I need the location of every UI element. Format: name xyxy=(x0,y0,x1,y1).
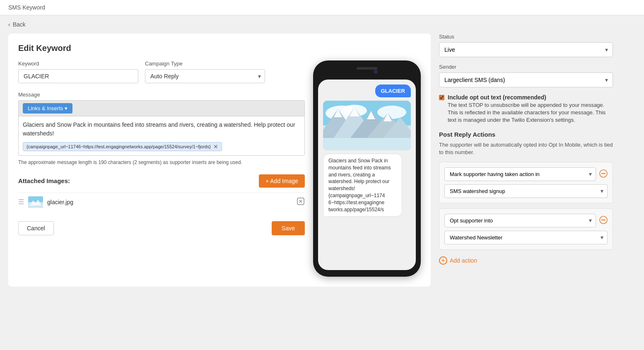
action2-type-row: Opt supporter into xyxy=(444,214,608,227)
action2-sub-select[interactable]: Watershed Newsletter xyxy=(444,231,608,244)
sender-select-wrapper: Largeclient SMS (dans) xyxy=(439,72,613,87)
action-card-1: Mark supporter having taken action in SM… xyxy=(439,162,613,203)
status-section: Status Live Draft Paused xyxy=(439,34,613,57)
action1-type-select[interactable]: Mark supporter having taken action in xyxy=(444,167,596,181)
message-section: Message Links & Inserts ▾ Glaciers and S… xyxy=(18,92,305,166)
page-title: SMS Keyword xyxy=(8,4,45,11)
campaign-type-select[interactable]: Auto Reply Survey Petition xyxy=(145,69,265,83)
phone-mockup: GLACIER xyxy=(313,60,421,277)
action2-sub-wrapper: Watershed Newsletter xyxy=(444,231,608,244)
action2-type-select[interactable]: Opt supporter into xyxy=(444,214,596,227)
back-link[interactable]: ‹ Back xyxy=(0,15,644,34)
add-image-label: + Add Image xyxy=(265,178,298,184)
phone-speaker xyxy=(357,67,377,70)
remove-action2-button[interactable] xyxy=(599,216,608,225)
action1-type-wrapper: Mark supporter having taken action in xyxy=(444,167,596,181)
links-inserts-bar: Links & Inserts ▾ xyxy=(18,100,305,116)
add-action-label: Add action xyxy=(450,257,477,264)
campaign-type-group: Campaign Type Auto Reply Survey Petition xyxy=(145,60,265,83)
remove-action1-button[interactable] xyxy=(599,169,608,179)
svg-point-10 xyxy=(377,106,406,119)
remove-tag-icon[interactable]: ✕ xyxy=(213,143,218,150)
campaign-type-wrapper: Auto Reply Survey Petition xyxy=(145,69,265,83)
received-text: Glaciers and Snow Pack in mountains feed… xyxy=(328,158,391,212)
opt-out-row: Include opt out text (recommended) The t… xyxy=(439,94,613,124)
sender-section: Sender Largeclient SMS (dans) xyxy=(439,64,613,87)
action2-type-wrapper: Opt supporter into xyxy=(444,214,596,227)
links-inserts-label: Links & Inserts xyxy=(28,105,63,111)
tag-chip: {campaignpage_url~11746~https://test.eng… xyxy=(23,142,222,151)
phone-screen: GLACIER xyxy=(318,80,416,270)
tag-text: {campaignpage_url~11746~https://test.eng… xyxy=(27,144,211,149)
keyword-label: Keyword xyxy=(18,60,138,67)
form-top-row: Keyword Campaign Type Auto Reply Survey … xyxy=(18,60,305,83)
drag-handle-icon[interactable]: ☰ xyxy=(18,198,24,206)
links-inserts-button[interactable]: Links & Inserts ▾ xyxy=(23,103,72,113)
save-button[interactable]: Save xyxy=(272,221,305,235)
action1-sub-row: SMS watershed signup xyxy=(444,184,608,198)
status-select[interactable]: Live Draft Paused xyxy=(439,42,613,57)
status-select-wrapper: Live Draft Paused xyxy=(439,42,613,57)
opt-out-checkbox[interactable] xyxy=(439,95,444,100)
post-reply-section: Post Reply Actions The supporter will be… xyxy=(439,131,613,266)
attached-images-row: Attached Images: + Add Image xyxy=(18,174,305,188)
dropdown-arrow-icon: ▾ xyxy=(65,105,68,111)
sender-label: Sender xyxy=(439,64,613,70)
opt-out-text: Include opt out text (recommended) The t… xyxy=(448,94,613,124)
back-label: Back xyxy=(13,21,26,28)
opt-out-desc: The text STOP to unsubscribe will be app… xyxy=(448,101,613,124)
back-arrow-icon: ‹ xyxy=(8,21,10,28)
add-action-button[interactable]: + Add action xyxy=(439,255,477,266)
image-bubble xyxy=(323,101,411,150)
sender-select[interactable]: Largeclient SMS (dans) xyxy=(439,72,613,87)
action1-sub-wrapper: SMS watershed signup xyxy=(444,184,608,198)
message-length-note: The approximate message length is 190 ch… xyxy=(18,159,305,166)
form-actions: Cancel Save xyxy=(18,221,305,235)
right-panel: Status Live Draft Paused Sender Largecli… xyxy=(431,34,613,287)
action1-sub-select[interactable]: SMS watershed signup xyxy=(444,184,608,198)
phone-camera xyxy=(374,70,378,74)
left-panel: Edit Keyword Keyword Campaign Type Auto … xyxy=(8,34,431,287)
message-text-area[interactable]: Glaciers and Snow Pack in mountains feed… xyxy=(18,116,305,156)
add-image-button[interactable]: + Add Image xyxy=(259,174,305,188)
status-label: Status xyxy=(439,34,613,40)
message-label: Message xyxy=(18,92,305,98)
image-file-name: glacier.jpg xyxy=(47,199,292,205)
edit-keyword-title: Edit Keyword xyxy=(18,43,421,53)
post-reply-title: Post Reply Actions xyxy=(439,131,613,138)
action1-type-row: Mark supporter having taken action in xyxy=(444,167,608,181)
phone-outer: GLACIER xyxy=(313,60,421,277)
file-thumbnail xyxy=(28,196,43,208)
message-body-text: Glaciers and Snow Pack in mountains feed… xyxy=(23,121,300,138)
image-file-row: ☰ glacier.jpg xyxy=(18,193,305,211)
action2-sub-row: Watershed Newsletter xyxy=(444,231,608,244)
keyword-input[interactable] xyxy=(18,69,138,83)
phone-notch xyxy=(346,67,388,76)
action-card-2: Opt supporter into Watershed Newsletter xyxy=(439,208,613,250)
post-reply-desc: The supporter will be automatically opte… xyxy=(439,141,613,156)
page-header: SMS Keyword xyxy=(0,0,644,15)
received-bubble: Glaciers and Snow Pack in mountains feed… xyxy=(323,154,402,217)
attached-images-label: Attached Images: xyxy=(18,177,70,184)
add-action-plus-icon: + xyxy=(439,256,447,265)
sent-bubble: GLACIER xyxy=(375,84,411,97)
keyword-group: Keyword xyxy=(18,60,138,83)
campaign-type-label: Campaign Type xyxy=(145,60,265,67)
opt-out-title: Include opt out text (recommended) xyxy=(448,94,613,101)
file-delete-button[interactable] xyxy=(297,197,305,207)
cancel-button[interactable]: Cancel xyxy=(18,221,54,235)
main-layout: Edit Keyword Keyword Campaign Type Auto … xyxy=(0,34,644,295)
